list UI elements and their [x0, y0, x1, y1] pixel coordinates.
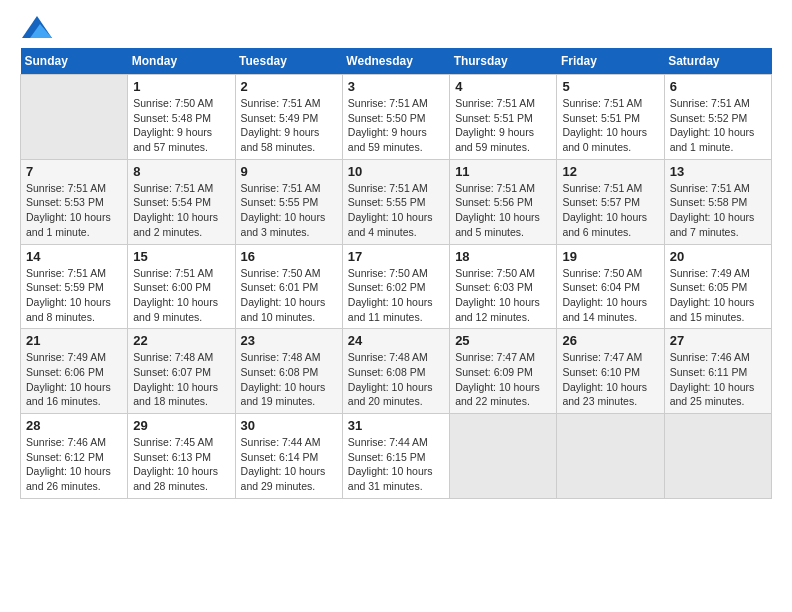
day-number: 26 [562, 333, 658, 348]
day-number: 16 [241, 249, 337, 264]
day-number: 18 [455, 249, 551, 264]
day-number: 4 [455, 79, 551, 94]
calendar-cell: 7Sunrise: 7:51 AMSunset: 5:53 PMDaylight… [21, 159, 128, 244]
day-number: 5 [562, 79, 658, 94]
day-number: 27 [670, 333, 766, 348]
day-info: Sunrise: 7:51 AMSunset: 5:59 PMDaylight:… [26, 266, 122, 325]
calendar-cell: 9Sunrise: 7:51 AMSunset: 5:55 PMDaylight… [235, 159, 342, 244]
calendar-cell: 24Sunrise: 7:48 AMSunset: 6:08 PMDayligh… [342, 329, 449, 414]
calendar-cell: 16Sunrise: 7:50 AMSunset: 6:01 PMDayligh… [235, 244, 342, 329]
logo [20, 20, 52, 38]
day-info: Sunrise: 7:51 AMSunset: 6:00 PMDaylight:… [133, 266, 229, 325]
day-info: Sunrise: 7:51 AMSunset: 5:57 PMDaylight:… [562, 181, 658, 240]
calendar-cell: 11Sunrise: 7:51 AMSunset: 5:56 PMDayligh… [450, 159, 557, 244]
day-number: 11 [455, 164, 551, 179]
day-number: 17 [348, 249, 444, 264]
calendar-cell: 15Sunrise: 7:51 AMSunset: 6:00 PMDayligh… [128, 244, 235, 329]
day-number: 29 [133, 418, 229, 433]
day-info: Sunrise: 7:51 AMSunset: 5:58 PMDaylight:… [670, 181, 766, 240]
day-info: Sunrise: 7:51 AMSunset: 5:50 PMDaylight:… [348, 96, 444, 155]
day-info: Sunrise: 7:51 AMSunset: 5:55 PMDaylight:… [348, 181, 444, 240]
calendar-cell: 2Sunrise: 7:51 AMSunset: 5:49 PMDaylight… [235, 75, 342, 160]
day-number: 28 [26, 418, 122, 433]
day-info: Sunrise: 7:46 AMSunset: 6:12 PMDaylight:… [26, 435, 122, 494]
day-number: 1 [133, 79, 229, 94]
day-info: Sunrise: 7:44 AMSunset: 6:14 PMDaylight:… [241, 435, 337, 494]
calendar-cell: 30Sunrise: 7:44 AMSunset: 6:14 PMDayligh… [235, 414, 342, 499]
weekday-header-friday: Friday [557, 48, 664, 75]
day-number: 2 [241, 79, 337, 94]
day-info: Sunrise: 7:47 AMSunset: 6:10 PMDaylight:… [562, 350, 658, 409]
calendar-cell: 10Sunrise: 7:51 AMSunset: 5:55 PMDayligh… [342, 159, 449, 244]
day-number: 6 [670, 79, 766, 94]
page-header [20, 20, 772, 38]
calendar-cell: 17Sunrise: 7:50 AMSunset: 6:02 PMDayligh… [342, 244, 449, 329]
day-number: 8 [133, 164, 229, 179]
day-number: 19 [562, 249, 658, 264]
calendar-cell: 21Sunrise: 7:49 AMSunset: 6:06 PMDayligh… [21, 329, 128, 414]
day-info: Sunrise: 7:51 AMSunset: 5:56 PMDaylight:… [455, 181, 551, 240]
weekday-header-thursday: Thursday [450, 48, 557, 75]
day-info: Sunrise: 7:50 AMSunset: 6:02 PMDaylight:… [348, 266, 444, 325]
calendar-cell: 27Sunrise: 7:46 AMSunset: 6:11 PMDayligh… [664, 329, 771, 414]
day-number: 13 [670, 164, 766, 179]
calendar-cell: 20Sunrise: 7:49 AMSunset: 6:05 PMDayligh… [664, 244, 771, 329]
calendar-cell: 12Sunrise: 7:51 AMSunset: 5:57 PMDayligh… [557, 159, 664, 244]
day-number: 25 [455, 333, 551, 348]
day-info: Sunrise: 7:45 AMSunset: 6:13 PMDaylight:… [133, 435, 229, 494]
day-info: Sunrise: 7:51 AMSunset: 5:51 PMDaylight:… [562, 96, 658, 155]
day-number: 15 [133, 249, 229, 264]
day-number: 3 [348, 79, 444, 94]
day-number: 21 [26, 333, 122, 348]
weekday-header-wednesday: Wednesday [342, 48, 449, 75]
day-info: Sunrise: 7:48 AMSunset: 6:08 PMDaylight:… [348, 350, 444, 409]
calendar-cell: 8Sunrise: 7:51 AMSunset: 5:54 PMDaylight… [128, 159, 235, 244]
day-number: 7 [26, 164, 122, 179]
calendar-cell: 31Sunrise: 7:44 AMSunset: 6:15 PMDayligh… [342, 414, 449, 499]
day-number: 10 [348, 164, 444, 179]
weekday-header-monday: Monday [128, 48, 235, 75]
day-info: Sunrise: 7:50 AMSunset: 5:48 PMDaylight:… [133, 96, 229, 155]
weekday-header-saturday: Saturday [664, 48, 771, 75]
day-info: Sunrise: 7:51 AMSunset: 5:53 PMDaylight:… [26, 181, 122, 240]
calendar-cell: 13Sunrise: 7:51 AMSunset: 5:58 PMDayligh… [664, 159, 771, 244]
calendar-cell: 25Sunrise: 7:47 AMSunset: 6:09 PMDayligh… [450, 329, 557, 414]
calendar-cell: 26Sunrise: 7:47 AMSunset: 6:10 PMDayligh… [557, 329, 664, 414]
calendar-cell [557, 414, 664, 499]
day-info: Sunrise: 7:44 AMSunset: 6:15 PMDaylight:… [348, 435, 444, 494]
calendar-cell: 19Sunrise: 7:50 AMSunset: 6:04 PMDayligh… [557, 244, 664, 329]
calendar-table: SundayMondayTuesdayWednesdayThursdayFrid… [20, 48, 772, 499]
day-info: Sunrise: 7:50 AMSunset: 6:04 PMDaylight:… [562, 266, 658, 325]
day-info: Sunrise: 7:51 AMSunset: 5:51 PMDaylight:… [455, 96, 551, 155]
day-number: 23 [241, 333, 337, 348]
day-info: Sunrise: 7:51 AMSunset: 5:55 PMDaylight:… [241, 181, 337, 240]
day-info: Sunrise: 7:47 AMSunset: 6:09 PMDaylight:… [455, 350, 551, 409]
day-number: 9 [241, 164, 337, 179]
day-info: Sunrise: 7:46 AMSunset: 6:11 PMDaylight:… [670, 350, 766, 409]
day-info: Sunrise: 7:48 AMSunset: 6:08 PMDaylight:… [241, 350, 337, 409]
calendar-cell: 1Sunrise: 7:50 AMSunset: 5:48 PMDaylight… [128, 75, 235, 160]
day-info: Sunrise: 7:49 AMSunset: 6:06 PMDaylight:… [26, 350, 122, 409]
calendar-cell [450, 414, 557, 499]
calendar-cell: 23Sunrise: 7:48 AMSunset: 6:08 PMDayligh… [235, 329, 342, 414]
day-number: 12 [562, 164, 658, 179]
day-info: Sunrise: 7:51 AMSunset: 5:54 PMDaylight:… [133, 181, 229, 240]
day-info: Sunrise: 7:51 AMSunset: 5:52 PMDaylight:… [670, 96, 766, 155]
calendar-cell: 14Sunrise: 7:51 AMSunset: 5:59 PMDayligh… [21, 244, 128, 329]
weekday-header-tuesday: Tuesday [235, 48, 342, 75]
day-number: 24 [348, 333, 444, 348]
day-info: Sunrise: 7:50 AMSunset: 6:03 PMDaylight:… [455, 266, 551, 325]
calendar-cell: 29Sunrise: 7:45 AMSunset: 6:13 PMDayligh… [128, 414, 235, 499]
calendar-cell: 4Sunrise: 7:51 AMSunset: 5:51 PMDaylight… [450, 75, 557, 160]
calendar-cell: 28Sunrise: 7:46 AMSunset: 6:12 PMDayligh… [21, 414, 128, 499]
calendar-cell [664, 414, 771, 499]
calendar-cell [21, 75, 128, 160]
day-number: 22 [133, 333, 229, 348]
calendar-cell: 22Sunrise: 7:48 AMSunset: 6:07 PMDayligh… [128, 329, 235, 414]
weekday-header-sunday: Sunday [21, 48, 128, 75]
day-info: Sunrise: 7:49 AMSunset: 6:05 PMDaylight:… [670, 266, 766, 325]
day-number: 14 [26, 249, 122, 264]
calendar-cell: 3Sunrise: 7:51 AMSunset: 5:50 PMDaylight… [342, 75, 449, 160]
day-info: Sunrise: 7:51 AMSunset: 5:49 PMDaylight:… [241, 96, 337, 155]
day-number: 20 [670, 249, 766, 264]
